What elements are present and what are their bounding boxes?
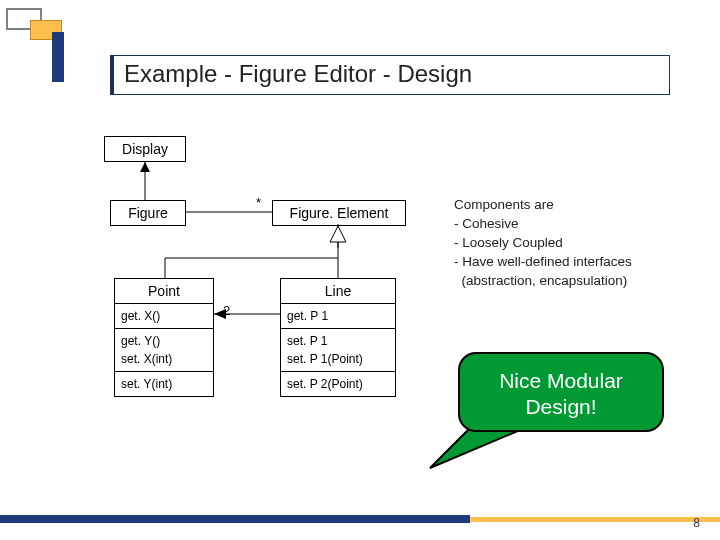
svg-marker-11 (214, 309, 226, 319)
callout-line1: Nice Modular (460, 368, 662, 394)
slide: Example - Figure Editor - Design Display… (0, 0, 720, 540)
svg-marker-1 (140, 162, 150, 172)
callout-bubble: Nice Modular Design! (458, 352, 664, 432)
page-number: 8 (693, 516, 700, 530)
footer-bar-blue (0, 515, 470, 523)
component-notes: Components are - Cohesive - Loosely Coup… (454, 195, 632, 290)
svg-marker-5 (330, 226, 346, 242)
svg-marker-12 (430, 428, 520, 468)
callout-line2: Design! (460, 394, 662, 420)
